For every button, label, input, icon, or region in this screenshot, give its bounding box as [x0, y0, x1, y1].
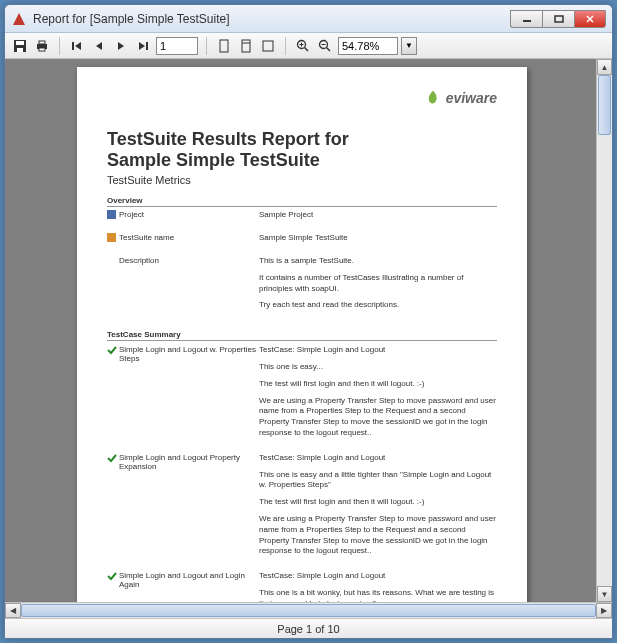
- content-area: eviware TestSuite Results Report for Sam…: [5, 59, 612, 602]
- overview-key: Description: [119, 256, 259, 317]
- scroll-right-icon[interactable]: ▶: [596, 603, 612, 618]
- zoom-in-icon[interactable]: [294, 37, 312, 55]
- project-icon: [107, 210, 119, 227]
- svg-rect-7: [17, 48, 23, 52]
- testcase-row: Simple Login and Logout and Login AgainT…: [107, 567, 497, 602]
- overview-key: TestSuite name: [119, 233, 259, 250]
- eviware-logo: eviware: [424, 89, 497, 107]
- overview-row: ProjectSample Project: [107, 207, 497, 230]
- zoom-input[interactable]: [338, 37, 398, 55]
- separator: [285, 37, 286, 55]
- svg-marker-14: [118, 42, 124, 50]
- testcase-desc: TestCase: Simple Login and LogoutThis on…: [259, 345, 497, 445]
- overview-row: TestSuite nameSample Simple TestSuite: [107, 230, 497, 253]
- report-title: TestSuite Results Report for Sample Simp…: [107, 129, 497, 170]
- horizontal-scrollbar[interactable]: ◀ ▶: [5, 602, 612, 618]
- next-page-icon[interactable]: [112, 37, 130, 55]
- title-line2: Sample Simple TestSuite: [107, 150, 497, 171]
- check-icon: [107, 345, 119, 357]
- scroll-track[interactable]: [21, 603, 596, 618]
- zoom-dropdown-icon[interactable]: ▼: [401, 37, 417, 55]
- separator: [59, 37, 60, 55]
- last-page-icon[interactable]: [134, 37, 152, 55]
- vertical-scrollbar[interactable]: ▲ ▼: [596, 59, 612, 602]
- blank-icon: [107, 256, 119, 317]
- scroll-down-icon[interactable]: ▼: [597, 586, 612, 602]
- svg-marker-15: [139, 42, 145, 50]
- first-page-icon[interactable]: [68, 37, 86, 55]
- zoom-out-icon[interactable]: [316, 37, 334, 55]
- testcase-desc: TestCase: Simple Login and LogoutThis on…: [259, 571, 497, 602]
- title-line1: TestSuite Results Report for: [107, 129, 497, 150]
- window-title: Report for [Sample Simple TestSuite]: [33, 12, 510, 26]
- svg-rect-28: [107, 210, 116, 219]
- toolbar: ▼: [5, 33, 612, 59]
- svg-marker-12: [75, 42, 81, 50]
- svg-line-26: [327, 47, 331, 51]
- testcase-row: Simple Login and Logout w. Properties St…: [107, 341, 497, 449]
- svg-rect-10: [39, 48, 45, 51]
- svg-rect-20: [263, 41, 273, 51]
- testcase-name: Simple Login and Logout Property Expansi…: [119, 453, 259, 471]
- svg-rect-1: [523, 20, 531, 22]
- testcase-heading: TestCase Summary: [107, 330, 497, 341]
- prev-page-icon[interactable]: [90, 37, 108, 55]
- svg-rect-16: [146, 42, 148, 50]
- actual-size-icon[interactable]: [215, 37, 233, 55]
- svg-rect-29: [107, 233, 116, 242]
- print-icon[interactable]: [33, 37, 51, 55]
- status-bar: Page 1 of 10: [5, 618, 612, 638]
- svg-rect-9: [39, 41, 45, 44]
- testcase-table: Simple Login and Logout w. Properties St…: [107, 341, 497, 602]
- svg-rect-11: [72, 42, 74, 50]
- svg-line-22: [305, 47, 309, 51]
- minimize-button[interactable]: [510, 10, 542, 28]
- overview-row: DescriptionThis is a sample TestSuite.It…: [107, 253, 497, 320]
- close-button[interactable]: [574, 10, 606, 28]
- svg-rect-18: [242, 40, 250, 52]
- testcase-name: Simple Login and Logout and Login Again: [119, 571, 259, 589]
- titlebar[interactable]: Report for [Sample Simple TestSuite]: [5, 5, 612, 33]
- page-number-input[interactable]: [156, 37, 198, 55]
- svg-rect-2: [555, 16, 563, 22]
- testcase-row: Simple Login and Logout Property Expansi…: [107, 449, 497, 567]
- fit-page-icon[interactable]: [237, 37, 255, 55]
- logo-text: eviware: [446, 90, 497, 106]
- svg-marker-0: [13, 13, 25, 25]
- scroll-left-icon[interactable]: ◀: [5, 603, 21, 618]
- scroll-thumb[interactable]: [598, 75, 611, 135]
- scroll-thumb[interactable]: [21, 604, 596, 617]
- overview-value: Sample Simple TestSuite: [259, 233, 497, 250]
- suite-icon: [107, 233, 119, 250]
- page-indicator: Page 1 of 10: [277, 623, 339, 635]
- separator: [206, 37, 207, 55]
- check-icon: [107, 571, 119, 583]
- report-subtitle: TestSuite Metrics: [107, 174, 497, 186]
- report-page: eviware TestSuite Results Report for Sam…: [77, 67, 527, 602]
- testcase-name: Simple Login and Logout w. Properties St…: [119, 345, 259, 363]
- app-icon: [11, 11, 27, 27]
- report-window: Report for [Sample Simple TestSuite] ▼ e…: [4, 4, 613, 639]
- overview-table: ProjectSample ProjectTestSuite nameSampl…: [107, 207, 497, 320]
- scroll-up-icon[interactable]: ▲: [597, 59, 612, 75]
- overview-value: Sample Project: [259, 210, 497, 227]
- svg-rect-17: [220, 40, 228, 52]
- maximize-button[interactable]: [542, 10, 574, 28]
- overview-key: Project: [119, 210, 259, 227]
- window-buttons: [510, 10, 606, 28]
- overview-value: This is a sample TestSuite.It contains a…: [259, 256, 497, 317]
- fit-width-icon[interactable]: [259, 37, 277, 55]
- overview-heading: Overview: [107, 196, 497, 207]
- check-icon: [107, 453, 119, 465]
- testcase-desc: TestCase: Simple Login and LogoutThis on…: [259, 453, 497, 563]
- svg-rect-6: [16, 41, 24, 45]
- svg-marker-13: [96, 42, 102, 50]
- save-icon[interactable]: [11, 37, 29, 55]
